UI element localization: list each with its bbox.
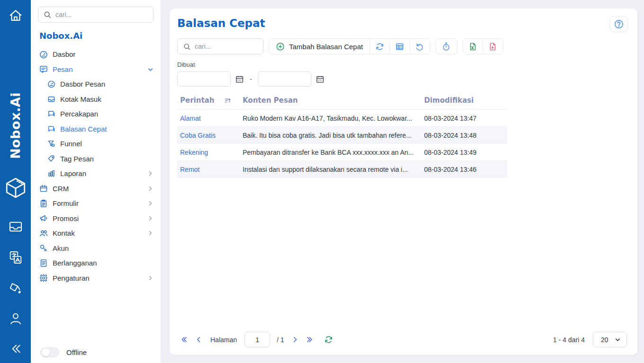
collapse-sidebar-icon[interactable]	[0, 342, 31, 356]
chevron-right-icon	[147, 275, 154, 281]
undo-icon	[415, 42, 424, 51]
plus-circle-icon	[276, 42, 285, 51]
quick-replies-table: Perintah Konten Pesan Dimodifikasi Alama…	[177, 94, 508, 178]
home-icon[interactable]	[0, 8, 31, 24]
brand-vertical: Nobox.Ai	[0, 76, 31, 175]
user-icon[interactable]	[0, 310, 31, 327]
clipboard-icon	[39, 199, 48, 208]
command-link[interactable]: Coba Gratis	[180, 132, 216, 139]
sidebar-item-balasan-cepat[interactable]: Balasan Cepat	[38, 122, 154, 137]
sidebar-item-kontak[interactable]: Kontak	[38, 226, 154, 241]
page-total: / 1	[277, 336, 284, 344]
chevron-right-icon	[147, 170, 154, 177]
table-row[interactable]: Remot Instalasi dan support dilaksanakan…	[177, 161, 508, 178]
ink-drop-icon[interactable]	[0, 280, 31, 296]
column-header-perintah[interactable]: Perintah	[177, 94, 240, 110]
chat-bubbles-icon	[47, 124, 55, 133]
sidebar-item-akun[interactable]: Akun	[38, 241, 154, 256]
offline-control: Offline	[40, 347, 87, 357]
search-icon	[182, 42, 191, 51]
table-row[interactable]: Alamat Ruko Modern Kav A16-A17, Tasikmad…	[177, 110, 508, 127]
package-cube-icon[interactable]	[0, 176, 31, 200]
sidebar-item-berlangganan[interactable]: Berlangganan	[38, 256, 154, 271]
stopwatch-icon	[442, 42, 451, 51]
command-link[interactable]: Alamat	[180, 115, 201, 122]
column-header-konten-pesan[interactable]: Konten Pesan	[240, 94, 421, 110]
sidebar-item-tag-pesan[interactable]: Tag Pesan	[38, 151, 154, 167]
sidebar-menu: Dasbor Pesan Dasbor Pesan Kotak Masuk Pe…	[38, 47, 154, 285]
table-view-button[interactable]	[390, 39, 410, 54]
sidebar-search-input[interactable]	[55, 11, 148, 18]
last-page-button[interactable]	[306, 336, 314, 344]
command-link[interactable]: Rekening	[180, 149, 208, 156]
undo-button[interactable]	[410, 39, 430, 54]
table-row[interactable]: Rekening Pembayaran ditransfer ke Bank B…	[177, 144, 508, 161]
offline-label: Offline	[66, 348, 87, 356]
range-text: 1 - 4 dari 4	[553, 336, 585, 344]
help-button[interactable]	[610, 16, 628, 32]
document-icon	[39, 259, 48, 267]
app-rail: Nobox.Ai	[0, 0, 31, 363]
question-icon	[614, 19, 624, 29]
sidebar-item-promosi[interactable]: Promosi	[38, 211, 154, 226]
date-range-separator: -	[250, 75, 252, 83]
date-from-input[interactable]	[177, 71, 231, 87]
inbox-tray-icon[interactable]	[0, 219, 31, 235]
page-size-select[interactable]: 20	[593, 332, 627, 347]
search-icon	[43, 10, 52, 19]
sidebar-item-dasbor-pesan[interactable]: Dasbor Pesan	[38, 77, 154, 92]
primary-button-group: Tambah Balasan Cepat	[269, 38, 430, 54]
prev-page-button[interactable]	[195, 336, 203, 344]
sidebar-item-crm[interactable]: CRM	[38, 181, 154, 196]
chevron-right-icon	[147, 200, 154, 206]
pagination-bar: Halaman / 1 1 - 4 dari 4 20	[180, 332, 627, 347]
sidebar-item-pengaturan[interactable]: Pengaturan	[38, 271, 154, 286]
table-search-input[interactable]	[195, 43, 258, 50]
created-filter-label: Dibuat	[177, 61, 628, 68]
date-to-input[interactable]	[258, 71, 311, 87]
calendar-icon[interactable]	[235, 75, 244, 84]
modified-cell: 08-03-2024 13:46	[421, 161, 508, 178]
chevron-down-icon	[615, 336, 621, 343]
translate-icon[interactable]	[0, 249, 31, 266]
modified-cell: 08-03-2024 13:49	[421, 144, 508, 161]
offline-toggle[interactable]	[40, 347, 59, 357]
chat-bubbles-icon	[47, 110, 55, 118]
page-title: Balasan Cepat	[177, 17, 265, 29]
message-content-cell: Instalasi dan support dilaksanakan secar…	[240, 161, 421, 178]
sidebar-item-funnel[interactable]: Funnel	[38, 136, 154, 151]
sort-icon[interactable]	[224, 97, 231, 104]
refresh-button[interactable]	[370, 39, 390, 54]
message-content-cell: Ruko Modern Kav A16-A17, Tasikmadu, Kec.…	[240, 110, 421, 127]
date-range-filter: -	[177, 71, 628, 87]
sidebar-search[interactable]	[38, 7, 154, 23]
page-word: Halaman	[210, 336, 237, 344]
table-search[interactable]	[177, 38, 263, 54]
export-excel-button[interactable]	[463, 39, 483, 54]
funnel-icon	[47, 140, 55, 148]
archive-box-icon	[39, 184, 48, 193]
toolbar: Tambah Balasan Cepat	[177, 38, 628, 54]
sidebar-item-dasbor[interactable]: Dasbor	[38, 47, 154, 62]
first-page-button[interactable]	[180, 336, 188, 344]
refresh-icon	[324, 335, 333, 344]
gauge-icon	[47, 80, 55, 89]
column-header-dimodifikasi[interactable]: Dimodifikasi	[421, 94, 508, 110]
calendar-icon[interactable]	[316, 75, 325, 84]
excel-file-icon	[468, 42, 477, 51]
add-quick-reply-button[interactable]: Tambah Balasan Cepat	[269, 39, 370, 54]
sidebar-item-kotak-masuk[interactable]: Kotak Masuk	[38, 92, 154, 107]
sidebar-item-percakapan[interactable]: Percakapan	[38, 106, 154, 122]
command-link[interactable]: Remot	[180, 166, 200, 173]
reload-table-button[interactable]	[324, 335, 333, 344]
sidebar: Nobox.Ai Dasbor Pesan Dasbor Pesan Kotak…	[31, 0, 161, 363]
sidebar-title: Nobox.Ai	[39, 31, 154, 41]
page-input[interactable]	[245, 332, 270, 347]
table-row[interactable]: Coba Gratis Baik. Itu bisa coba gratis. …	[177, 127, 508, 144]
sidebar-item-laporan[interactable]: Laporan	[38, 166, 154, 181]
next-page-button[interactable]	[291, 336, 299, 344]
export-pdf-button[interactable]	[483, 39, 503, 54]
stopwatch-button[interactable]	[435, 38, 457, 54]
sidebar-item-formulir[interactable]: Formulir	[38, 196, 154, 211]
sidebar-item-pesan[interactable]: Pesan	[38, 62, 154, 77]
